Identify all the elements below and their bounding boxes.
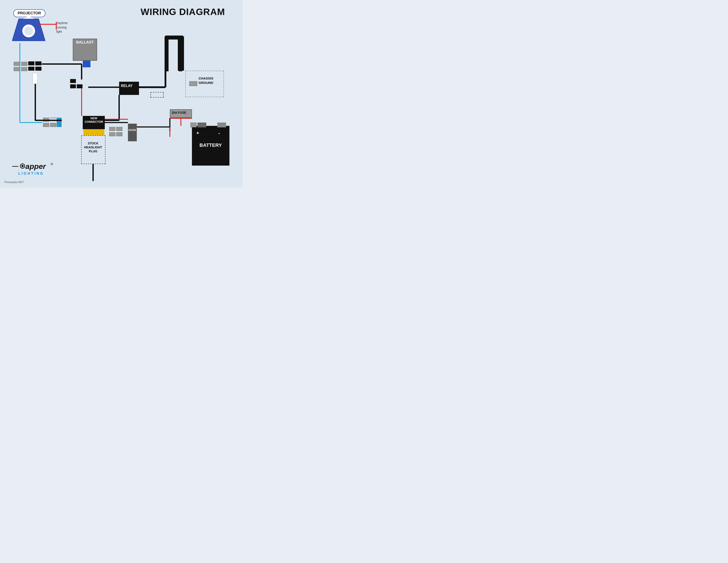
diode-box [128,124,137,141]
ballast-dashes [150,92,164,98]
gray-plug-5 [43,118,49,122]
projector-label: PROJECTOR [13,9,45,17]
stock-headlight-plug-label: STOCK HEADLIGHT PLUG [83,141,103,153]
gray-plug-battery-left [190,122,197,127]
svg-marker-1 [23,17,34,19]
svg-point-3 [24,26,33,35]
gray-plug-4 [21,67,27,71]
gray-plug-12 [116,132,122,136]
black-plug-2 [35,61,41,65]
gray-plug-7 [43,123,49,127]
page-title: WIRING DIAGRAM [141,7,225,17]
blue-connector-left [57,118,62,127]
black-plug-8 [77,84,83,88]
fuse-label: 20A FUSE [172,111,186,114]
gray-plug-3 [14,67,20,71]
logo-dapper-text: apper [19,160,54,171]
battery-minus-symbol: - [218,130,220,136]
svg-rect-18 [165,36,169,71]
drl-label: Daytime running light [56,21,68,34]
dapper-lighting-logo: — apper LIGHTING [12,160,54,175]
gray-plug-8 [50,123,56,127]
black-plug-7 [70,84,76,88]
pressauto-url: Pressauto.NET [4,180,24,184]
gray-plug-10 [116,127,122,131]
svg-rect-20 [165,36,182,39]
battery-plus-symbol: + [196,130,199,136]
chassis-connector [189,81,197,86]
battery-label: BATTERY [193,142,228,148]
white-connector [33,73,38,84]
logo-dash: — [12,162,18,169]
battery-terminal-negative [217,122,226,127]
svg-point-36 [21,165,24,167]
ballast-label: BALLAST [75,40,95,45]
svg-text:apper: apper [25,162,46,170]
chassis-ground-label: CHASSIS GROUND [199,76,213,85]
ballast-blue-connector [83,61,90,67]
logo-lighting-text: LIGHTING [18,171,54,175]
diagram-container: WIRING DIAGRAM PROJECTOR Daytime running… [0,0,243,188]
gray-plug-2 [21,62,27,66]
svg-rect-19 [179,36,182,71]
gray-plug-9 [109,127,115,131]
black-plug-1 [28,61,34,65]
black-plug-5 [70,79,76,83]
relay-label: RELAY [121,84,133,88]
black-plug-3 [28,67,34,71]
diode-label: DIODE [128,129,136,132]
new-connector-label: NEW CONNECTOR [83,117,104,123]
relay-box [119,82,139,95]
gray-plug-1 [14,62,20,66]
black-plug-4 [35,67,41,71]
svg-point-38 [51,163,53,165]
gray-plug-6 [50,118,56,118]
gray-plug-11 [109,132,115,136]
battery-terminal-positive [197,122,206,127]
yellow-connector-pins [83,129,104,135]
projector-shape [12,17,45,43]
